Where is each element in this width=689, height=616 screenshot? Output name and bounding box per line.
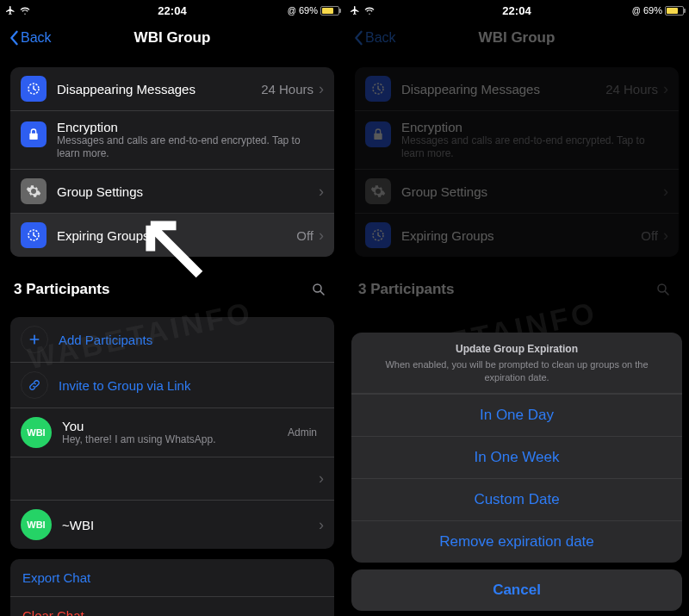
actions-section: Export Chat Clear Chat [10,559,334,616]
chevron-right-icon: › [319,470,324,488]
phone-left: 22:04 @ 69% Back WBI Group Disappearing … [0,0,344,616]
avatar: WBI [21,509,52,540]
search-button[interactable] [307,277,331,302]
action-sheet: Update Group Expiration When enabled, yo… [351,333,682,611]
settings-section: Disappearing Messages 24 Hours › Encrypt… [10,67,334,257]
back-button[interactable]: Back [9,30,52,46]
admin-badge: Admin [288,426,317,439]
sheet-options-group: Update Group Expiration When enabled, yo… [351,333,682,563]
row-expiring-groups[interactable]: Expiring Groups Off › [10,213,334,257]
page-title: WBI Group [0,29,344,47]
participants-count: 3 Participants [14,281,110,298]
participants-section: Add Participants Invite to Group via Lin… [10,317,334,549]
lock-icon [21,121,47,147]
row-encryption[interactable]: Encryption Messages and calls are end-to… [10,110,334,169]
row-label: Invite to Group via Link [59,378,324,393]
row-disappearing[interactable]: Disappearing Messages 24 Hours › [10,67,334,110]
battery-pct: 69% [299,5,318,16]
row-label: Disappearing Messages [57,82,261,96]
chevron-right-icon: › [319,80,324,98]
sheet-message: When enabled, you will be prompted to cl… [367,358,667,384]
alarm-icon: @ [288,6,296,16]
chevron-right-icon: › [319,183,324,201]
export-chat-button[interactable]: Export Chat [10,559,334,596]
timer-icon [21,76,47,102]
row-invite-link[interactable]: Invite to Group via Link [10,362,334,408]
row-participant-empty[interactable]: › [10,457,334,500]
row-label: Add Participants [59,333,324,347]
timer-icon [21,222,47,248]
row-participant-you[interactable]: WBI You Hey, there! I am using WhatsApp.… [10,408,334,457]
sheet-option-one-week[interactable]: In One Week [351,436,682,478]
link-icon [21,371,48,399]
nav-bar: Back WBI Group [0,19,344,57]
row-add-participants[interactable]: Add Participants [10,317,334,362]
sheet-cancel-button[interactable]: Cancel [351,569,682,611]
avatar: WBI [21,417,52,448]
row-label: Group Settings [57,184,317,199]
wifi-icon [19,6,31,16]
chevron-right-icon: › [319,227,324,245]
chevron-left-icon [9,30,19,46]
clear-chat-button[interactable]: Clear Chat [10,596,334,616]
svg-point-2 [313,284,321,292]
row-participant-wbi[interactable]: WBI ~WBI › [10,500,334,549]
airplane-icon [5,5,16,16]
sheet-option-remove[interactable]: Remove expiration date [351,520,682,563]
row-value: 24 Hours [261,82,313,96]
back-label: Back [21,30,52,46]
phone-right: 22:04 @ 69% Back WBI Group Disappearing … [344,0,689,616]
battery-icon [320,6,339,16]
chevron-right-icon: › [319,516,324,534]
plus-icon [21,326,48,353]
participant-name: You [62,419,288,433]
search-icon [311,282,326,297]
row-label: Expiring Groups [57,228,296,243]
row-sublabel: Messages and calls are end-to-end encryp… [57,134,324,160]
participant-status: Hey, there! I am using WhatsApp. [62,433,288,446]
row-value: Off [296,228,313,243]
sheet-option-custom-date[interactable]: Custom Date [351,478,682,520]
participant-name: ~WBI [62,518,317,532]
row-label: Encryption [57,120,324,134]
row-group-settings[interactable]: Group Settings › [10,169,334,213]
sheet-header: Update Group Expiration When enabled, yo… [351,333,682,394]
sheet-title: Update Group Expiration [367,343,667,355]
status-bar: 22:04 @ 69% [0,0,344,19]
gear-icon [21,178,47,204]
participants-header: 3 Participants [0,267,344,307]
sheet-option-one-day[interactable]: In One Day [351,394,682,436]
status-time: 22:04 [116,4,227,17]
